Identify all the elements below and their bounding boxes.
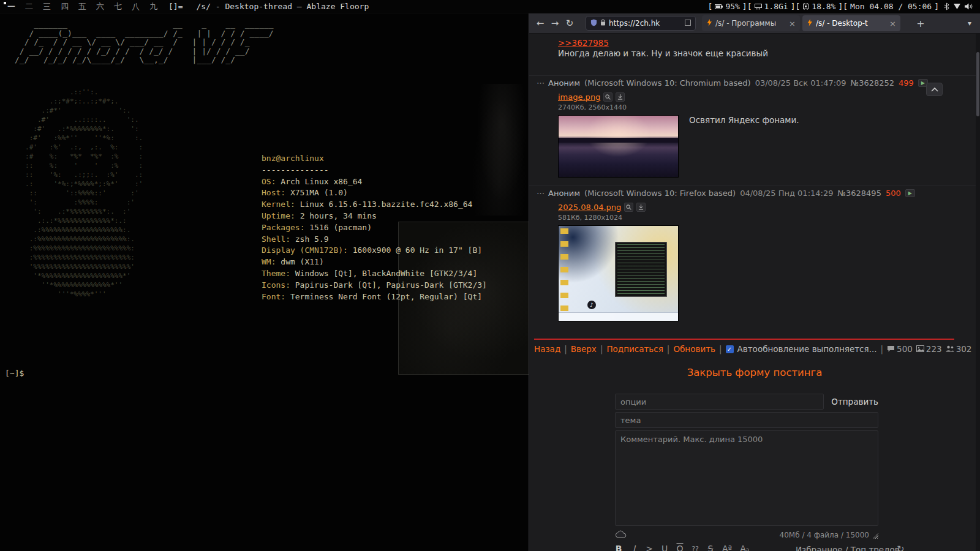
reply-button[interactable]: ▶ (905, 189, 915, 197)
spoiler-button[interactable]: ?? (692, 545, 699, 551)
tab-close-icon[interactable]: × (789, 19, 796, 28)
post-ordinal-link[interactable]: 499 (899, 78, 914, 88)
download-icon[interactable] (636, 203, 646, 212)
fetch-row-icons: IconsPapirus-Dark [Qt], Papirus-Dark [GT… (262, 280, 487, 291)
memory-value: 1.8Gi (764, 2, 788, 11)
dwm-layout-symbol[interactable]: []= (162, 2, 189, 11)
subject-input[interactable] (615, 412, 878, 428)
thumbnail-lake-wallpaper[interactable] (558, 115, 679, 178)
overline-button[interactable]: O (676, 544, 684, 551)
fetch-row-display: Display (CMN172B)980x551 @ 60 Hz in 17"… (262, 245, 487, 257)
scroll-to-top-button[interactable] (926, 83, 943, 96)
scrollbar-thumb[interactable] (976, 52, 979, 116)
magnifier-icon[interactable] (624, 203, 633, 212)
file-size: 581Кб, 1280x1024 (558, 214, 941, 222)
dwm-tag-1[interactable]: 一 (2, 0, 20, 13)
bold-button[interactable]: B (615, 544, 622, 551)
download-icon[interactable] (616, 92, 625, 102)
thumbnail-detail (559, 312, 678, 321)
subscript-button[interactable]: Aₐ (740, 544, 749, 551)
post-number-link[interactable]: №3628252 (851, 78, 894, 88)
fetch-row-kernel: KernelLinux 6.15.6-113.bazzite.fc42.x86_… (262, 199, 487, 211)
tab-programs[interactable]: /s/ - Программы × (702, 15, 800, 31)
magnifier-icon[interactable] (603, 92, 612, 102)
dwm-tag-5[interactable]: 五 (74, 0, 91, 13)
separator (667, 344, 670, 354)
nav-subscribe-link[interactable]: Подписаться (606, 344, 663, 354)
dwm-tag-2[interactable]: 二 (20, 0, 38, 13)
post-menu-icon[interactable]: ⋯ (537, 189, 544, 198)
shield-icon[interactable] (590, 19, 597, 28)
post-date: 03/08/25 Вск 01:47:09 (755, 78, 846, 88)
poster-useragent: (Microsoft Windows 10: Chromium based) (584, 78, 751, 88)
tab-title[interactable]: /s/ - Desktop-t (816, 19, 886, 28)
battery-value: 95% (725, 2, 739, 11)
tab-list-dropdown-icon[interactable]: ▾ (963, 17, 976, 30)
dwm-tag-4[interactable]: 四 (56, 0, 74, 13)
close-posting-form-link[interactable]: Закрыть форму постинга (529, 367, 980, 378)
thumbnail-detail (559, 138, 678, 143)
dwm-tag-8[interactable]: 八 (127, 0, 145, 13)
thumbnail-detail: ♪ (587, 301, 596, 309)
fetch-row-shell: Shellzsh 5.9 (262, 234, 487, 246)
images-count: 223 (916, 344, 942, 354)
dwm-tag-7[interactable]: 七 (109, 0, 127, 13)
quote-button[interactable]: > (646, 544, 653, 551)
underline-button[interactable]: U (661, 544, 668, 551)
tab-close-icon[interactable]: × (889, 19, 896, 28)
dwm-tag-6[interactable]: 六 (91, 0, 109, 13)
strikethrough-button[interactable]: S (707, 544, 714, 551)
file-link[interactable]: 2025.08.04.png (558, 203, 621, 212)
tab-desktop-thread[interactable]: /s/ - Desktop-t × (802, 15, 900, 31)
fetch-row-font: FontTerminess Nerd Font (12pt, Regular) … (262, 291, 487, 303)
favorites-link[interactable]: Избранное / Топ тредов (796, 545, 900, 551)
terminal-window[interactable]: _______ __ _ __ ______ / ____(_)___ ____… (0, 13, 529, 551)
cpu-icon (802, 3, 809, 10)
back-button[interactable]: ← (533, 16, 548, 31)
images-icon (916, 344, 924, 354)
forward-button[interactable]: → (548, 16, 562, 31)
post-ordinal-link[interactable]: 500 (886, 189, 901, 198)
thread-page: >>3627985 Иногда делаю и так. Ну и значо… (529, 34, 980, 551)
resize-grip[interactable] (872, 532, 878, 539)
autoupdate-checkbox[interactable]: ✓ (726, 345, 734, 353)
volume-icon (965, 3, 973, 10)
ascii-face-art: .::'':. .:;*#*;:..:;*#*;. .:#*' ':. .#' … (5, 88, 143, 299)
poster-name: Аноним (548, 189, 580, 198)
reload-button[interactable]: ↻ (562, 16, 577, 31)
post-message: Освятил Яндекс фонами. (689, 115, 799, 125)
dwm-tag-9[interactable]: 九 (145, 0, 162, 13)
comment-textarea[interactable] (615, 430, 878, 526)
urlbar-extension-icon[interactable] (685, 19, 691, 28)
nav-back-link[interactable]: Назад (534, 344, 560, 354)
dwm-tag-3[interactable]: 三 (38, 0, 56, 13)
options-input[interactable] (615, 394, 824, 410)
cloud-upload-icon[interactable] (615, 530, 627, 540)
post-menu-icon[interactable]: ⋯ (537, 78, 544, 88)
italic-button[interactable]: I (630, 544, 638, 551)
tab-title[interactable]: /s/ - Программы (715, 19, 785, 28)
memory-icon (755, 4, 762, 10)
thumbnail-detail (615, 242, 668, 297)
posters-icon (946, 344, 954, 354)
nav-refresh-link[interactable]: Обновить (673, 344, 715, 354)
superscript-button[interactable]: Aª (722, 544, 732, 551)
url-text[interactable]: https://2ch.hk (609, 19, 660, 28)
post-3628495: ⋯ Аноним (Microsoft Windows 10: Firefox … (537, 189, 941, 321)
browser-window: ← → ↻ https://2ch.hk (529, 13, 980, 551)
submit-button[interactable]: Отправить (831, 397, 878, 407)
scrollbar-track[interactable] (976, 34, 980, 551)
shell-prompt[interactable]: [~]$ (5, 369, 24, 378)
fetch-separator: -------------- (262, 165, 487, 176)
thumbnail-anime-desktop[interactable]: ♪ (558, 225, 679, 321)
refresh-icon[interactable]: ↻ (897, 544, 905, 551)
fetch-row-os: OSArch Linux x86_64 (262, 176, 487, 188)
url-bar[interactable]: https://2ch.hk (586, 16, 696, 31)
quote-reply-link[interactable]: >>3627985 (558, 37, 609, 48)
file-link[interactable]: image.png (558, 92, 600, 102)
nav-up-link[interactable]: Вверх (571, 344, 597, 354)
poster-useragent: (Microsoft Windows 10: Firefox based) (584, 189, 736, 198)
cpu-value: 18.8% (812, 2, 835, 11)
new-tab-button[interactable]: + (914, 17, 927, 30)
post-number-link[interactable]: №3628495 (837, 189, 881, 198)
